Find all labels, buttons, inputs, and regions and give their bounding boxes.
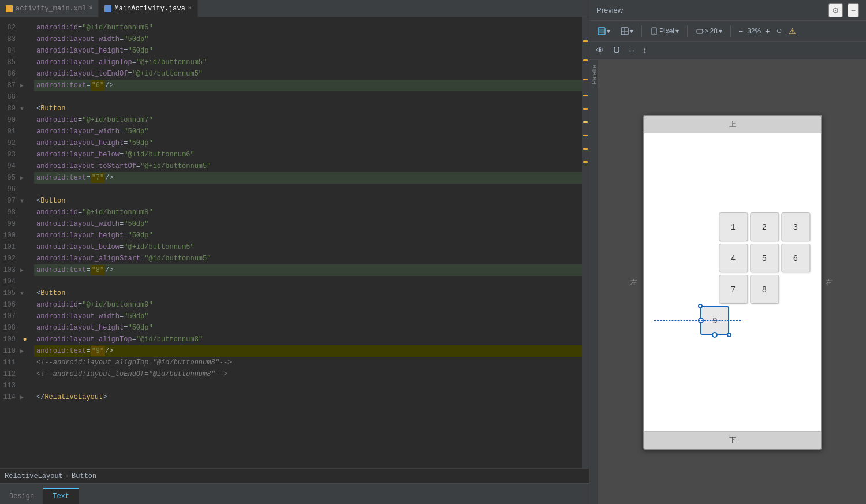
fold-105[interactable]: ▼ xyxy=(20,288,29,299)
button-row-2: 4 5 6 xyxy=(719,244,810,272)
blueprint-btn[interactable]: ▾ xyxy=(617,25,637,37)
minimize-button[interactable]: − xyxy=(848,3,859,17)
breadcrumb-sep: › xyxy=(65,472,69,480)
settings-button[interactable]: ⚙ xyxy=(828,3,843,17)
code-line-111: <!--android:layout_alignTop="@id/buttonn… xyxy=(34,357,582,368)
line-107: 107 xyxy=(2,311,16,322)
code-area[interactable]: android:id="@+id/buttonnum6" android:lay… xyxy=(29,17,582,468)
fold-94 xyxy=(20,160,29,172)
eye-icon[interactable]: 👁 xyxy=(594,44,606,57)
line-87: 87 xyxy=(2,80,16,91)
fold-arrow-97[interactable]: ▼ xyxy=(20,198,24,204)
tab-xml[interactable]: activity_main.xml × xyxy=(0,0,99,17)
design-surface-icon xyxy=(598,27,606,35)
device-btn-1[interactable]: 1 xyxy=(719,212,748,241)
line-106: 106 xyxy=(2,299,16,311)
toolbar-sep-2 xyxy=(687,25,688,37)
fold-103[interactable]: ▶ xyxy=(20,264,29,276)
bottom-bar: Design Text xyxy=(0,483,589,504)
phone-icon xyxy=(650,27,658,35)
device-btn-4[interactable]: 4 xyxy=(719,244,748,272)
fold-93 xyxy=(20,149,29,160)
blueprint-icon xyxy=(621,27,629,35)
device-btn-6[interactable]: 6 xyxy=(781,244,810,272)
tab-java-label: MainActivity.java xyxy=(114,5,185,13)
device-btn-8[interactable]: 8 xyxy=(750,275,779,304)
fold-89[interactable]: ▼ xyxy=(20,103,29,114)
toolbar-sep-3 xyxy=(730,25,731,37)
editor-container: activity_main.xml × MainActivity.java × … xyxy=(0,0,589,504)
breadcrumb-button[interactable]: Button xyxy=(72,472,96,480)
magnet-svg xyxy=(612,45,621,54)
fold-95[interactable]: ▶ xyxy=(20,172,29,184)
fold-arrow-114[interactable]: ▶ xyxy=(20,394,24,401)
zoom-fit-btn[interactable]: ⊙ xyxy=(774,26,785,36)
line-98: 98 xyxy=(2,207,16,218)
device-btn-5[interactable]: 5 xyxy=(750,244,779,272)
api-level-selector[interactable]: ≥ 28 ▾ xyxy=(692,25,726,37)
resize-height-icon[interactable]: ↕ xyxy=(640,44,648,57)
fold-108 xyxy=(20,322,29,334)
breadcrumb-relativelayout[interactable]: RelativeLayout xyxy=(5,472,63,480)
handle-mid-bottom[interactable] xyxy=(712,332,718,338)
fold-arrow-87[interactable]: ▶ xyxy=(20,82,24,89)
line-numbers: 82 83 84 85 86 87 88 89 90 91 92 93 94 9… xyxy=(0,17,20,468)
yellow-dot-icon: ● xyxy=(23,335,27,344)
device-name: Pixel xyxy=(659,27,674,35)
code-line-107: android:layout_width="50dp" xyxy=(34,311,582,322)
line-84: 84 xyxy=(2,45,16,57)
fold-87[interactable]: ▶ xyxy=(20,80,29,91)
tab-bar: activity_main.xml × MainActivity.java × xyxy=(0,0,589,17)
breadcrumb: RelativeLayout › Button xyxy=(0,468,589,483)
device-btn-9[interactable]: 9 xyxy=(700,306,729,335)
fold-114[interactable]: ▶ xyxy=(20,391,29,403)
handle-br[interactable] xyxy=(727,333,731,337)
fold-101 xyxy=(20,241,29,253)
toolbar-sep-1 xyxy=(641,25,642,37)
fold-arrow-103[interactable]: ▶ xyxy=(20,267,24,274)
device-btn-7[interactable]: 7 xyxy=(719,275,748,304)
fold-113 xyxy=(20,380,29,391)
device-btn-3[interactable]: 3 xyxy=(781,212,810,241)
fold-arrow-95[interactable]: ▶ xyxy=(20,174,24,181)
resize-width-icon[interactable]: ↔ xyxy=(628,44,636,57)
android-icon xyxy=(696,27,704,35)
magnet-icon[interactable] xyxy=(610,43,623,58)
code-line-86: android:layout_toEndOf="@+id/buttonnum5" xyxy=(34,68,582,80)
tab-java-close[interactable]: × xyxy=(188,5,192,12)
button-layout: 1 2 3 4 5 6 xyxy=(719,212,810,304)
fold-112 xyxy=(20,368,29,380)
fold-109: ● xyxy=(20,334,29,345)
code-line-89: <Button xyxy=(34,103,582,114)
design-surface-btn[interactable]: ▾ xyxy=(594,25,614,37)
fold-arrow-110[interactable]: ▶ xyxy=(20,348,24,354)
tab-xml-close[interactable]: × xyxy=(89,5,92,12)
handle-mid-left[interactable] xyxy=(698,318,704,323)
code-line-95: android:text="7" /> xyxy=(34,172,582,184)
code-line-105: <Button xyxy=(34,288,582,299)
design-surface-label: ▾ xyxy=(607,27,610,35)
zoom-in-btn[interactable]: + xyxy=(762,25,772,37)
fold-arrow-89[interactable]: ▼ xyxy=(20,106,24,112)
btn-9-wrapper[interactable]: 9 xyxy=(700,306,729,335)
tab-text[interactable]: Text xyxy=(43,488,79,504)
line-101: 101 xyxy=(2,241,16,253)
device-main[interactable]: 1 2 3 4 5 6 xyxy=(644,133,821,431)
preview-tools-row: 👁 ↔ ↕ xyxy=(589,42,866,60)
zoom-warn-btn[interactable]: ⚠ xyxy=(786,25,799,37)
fold-110[interactable]: ▶ xyxy=(20,345,29,357)
tab-java[interactable]: MainActivity.java × xyxy=(99,0,197,17)
fold-arrow-105[interactable]: ▼ xyxy=(20,290,24,297)
fold-97[interactable]: ▼ xyxy=(20,195,29,207)
fold-99 xyxy=(20,218,29,230)
device-btn-2[interactable]: 2 xyxy=(750,212,779,241)
device-viewport: 左 右 上 1 2 3 xyxy=(599,60,866,504)
tab-design[interactable]: Design xyxy=(0,488,43,504)
line-111: 111 xyxy=(2,357,16,368)
label-right: 右 xyxy=(826,277,833,287)
line-102: 102 xyxy=(2,253,16,264)
device-selector[interactable]: Pixel ▾ xyxy=(647,25,682,37)
line-88: 88 xyxy=(2,91,16,103)
zoom-out-btn[interactable]: − xyxy=(736,25,746,37)
palette-label[interactable]: Palette xyxy=(591,65,598,84)
